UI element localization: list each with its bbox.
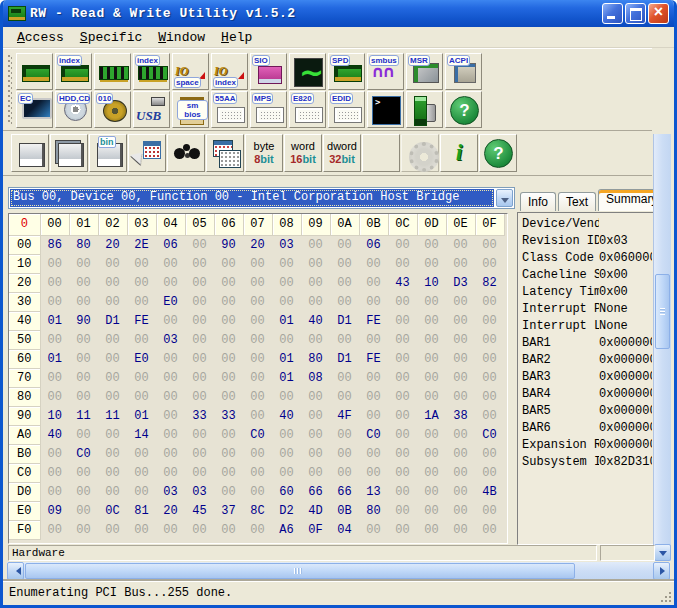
hex-cell-E0-08[interactable]: D2 [272,501,301,520]
hex-cell-50-02[interactable]: 00 [98,330,127,349]
hex-cell-50-05[interactable]: 00 [185,330,214,349]
hex-cell-90-05[interactable]: 33 [185,406,214,425]
hex-cell-30-08[interactable]: 00 [272,292,301,311]
hex-cell-40-06[interactable]: 00 [214,311,243,330]
hex-cell-A0-00[interactable]: 40 [40,425,69,444]
hex-cell-10-03[interactable]: 00 [127,254,156,273]
scroll-down-button[interactable] [654,544,671,561]
hex-cell-20-02[interactable]: 00 [98,273,127,292]
hex-cell-70-0F[interactable]: 00 [475,368,504,387]
hex-cell-20-00[interactable]: 00 [40,273,69,292]
hex-cell-D0-07[interactable]: 00 [243,482,272,501]
hex-cell-40-0B[interactable]: FE [359,311,388,330]
clock-button[interactable] [289,53,326,90]
maximize-button[interactable] [625,3,646,24]
hex-cell-80-0E[interactable]: 00 [446,387,475,406]
hex-cell-90-02[interactable]: 11 [98,406,127,425]
dword-mode-button[interactable]: dword32bit [323,134,361,172]
tab-info[interactable]: Info [520,192,556,211]
hex-cell-D0-08[interactable]: 60 [272,482,301,501]
hex-cell-20-0C[interactable]: 43 [388,273,417,292]
hex-cell-F0-0D[interactable]: 00 [417,520,446,539]
hex-cell-E0-06[interactable]: 37 [214,501,243,520]
io-index-button[interactable]: IOindex [211,53,248,90]
ec-button[interactable]: EC [16,91,53,128]
menu-item-window[interactable]: Window [150,29,213,46]
hex-cell-70-0B[interactable]: 00 [359,368,388,387]
hex-cell-B0-01[interactable]: C0 [69,444,98,463]
hex-cell-70-0E[interactable]: 00 [446,368,475,387]
hex-cell-10-09[interactable]: 00 [301,254,330,273]
hex-cell-90-08[interactable]: 40 [272,406,301,425]
hex-cell-50-08[interactable]: 00 [272,330,301,349]
hex-cell-00-0F[interactable]: 00 [475,235,504,254]
hex-cell-70-04[interactable]: 00 [156,368,185,387]
hex-cell-00-00[interactable]: 86 [40,235,69,254]
hex-cell-A0-0F[interactable]: C0 [475,425,504,444]
export-button[interactable] [128,134,166,172]
hex-cell-00-01[interactable]: 80 [69,235,98,254]
hex-cell-F0-0E[interactable]: 00 [446,520,475,539]
hex-cell-E0-09[interactable]: 4D [301,501,330,520]
hex-cell-00-05[interactable]: 00 [185,235,214,254]
hex-cell-40-0A[interactable]: D1 [330,311,359,330]
hex-cell-00-06[interactable]: 90 [214,235,243,254]
hex-cell-B0-0C[interactable]: 00 [388,444,417,463]
hex-cell-20-09[interactable]: 00 [301,273,330,292]
hex-cell-E0-03[interactable]: 81 [127,501,156,520]
hex-cell-30-04[interactable]: E0 [156,292,185,311]
chipset-button[interactable] [406,91,443,128]
hex-cell-20-0E[interactable]: D3 [446,273,475,292]
hex-cell-50-0E[interactable]: 00 [446,330,475,349]
hex-cell-D0-0F[interactable]: 4B [475,482,504,501]
mps-button[interactable]: MPS [250,91,287,128]
hex-cell-10-0D[interactable]: 00 [417,254,446,273]
hex-cell-70-08[interactable]: 01 [272,368,301,387]
hex-cell-F0-09[interactable]: 0F [301,520,330,539]
menu-item-help[interactable]: Help [213,29,260,46]
hex-cell-F0-0C[interactable]: 00 [388,520,417,539]
hex-cell-50-06[interactable]: 00 [214,330,243,349]
hex-cell-80-0F[interactable]: 00 [475,387,504,406]
hex-cell-A0-06[interactable]: 00 [214,425,243,444]
hex-cell-20-0B[interactable]: 00 [359,273,388,292]
hex-cell-E0-02[interactable]: 0C [98,501,127,520]
hex-cell-D0-0C[interactable]: 00 [388,482,417,501]
hex-cell-90-01[interactable]: 11 [69,406,98,425]
hex-cell-C0-01[interactable]: 00 [69,463,98,482]
hex-cell-C0-09[interactable]: 00 [301,463,330,482]
hex-cell-70-03[interactable]: 00 [127,368,156,387]
hex-cell-00-0C[interactable]: 00 [388,235,417,254]
save-bin-button[interactable]: bin [89,134,127,172]
hex-cell-60-08[interactable]: 01 [272,349,301,368]
hex-cell-30-02[interactable]: 00 [98,292,127,311]
hex-cell-10-02[interactable]: 00 [98,254,127,273]
hex-cell-30-0E[interactable]: 00 [446,292,475,311]
hex-cell-F0-07[interactable]: 00 [243,520,272,539]
hex-cell-E0-00[interactable]: 09 [40,501,69,520]
hex-cell-90-00[interactable]: 10 [40,406,69,425]
hex-cell-90-07[interactable]: 00 [243,406,272,425]
hex-cell-40-08[interactable]: 01 [272,311,301,330]
hex-cell-B0-05[interactable]: 00 [185,444,214,463]
ata-button[interactable]: HDD,CD [55,91,92,128]
hex-cell-80-0A[interactable]: 00 [330,387,359,406]
pci-card-button[interactable] [16,53,53,90]
hex-cell-90-0A[interactable]: 4F [330,406,359,425]
menu-item-specific[interactable]: Specific [72,29,150,46]
hex-cell-60-02[interactable]: 00 [98,349,127,368]
hex-cell-30-06[interactable]: 00 [214,292,243,311]
hex-cell-10-00[interactable]: 00 [40,254,69,273]
hex-cell-60-05[interactable]: 00 [185,349,214,368]
hex-cell-D0-03[interactable]: 00 [127,482,156,501]
hex-cell-A0-0D[interactable]: 00 [417,425,446,444]
hex-cell-C0-04[interactable]: 00 [156,463,185,482]
memory-index-button[interactable]: index [133,53,170,90]
hex-cell-40-03[interactable]: FE [127,311,156,330]
hex-cell-30-0F[interactable]: 00 [475,292,504,311]
hex-cell-A0-0C[interactable]: 00 [388,425,417,444]
spd-button[interactable]: SPD [328,53,365,90]
hex-cell-60-01[interactable]: 00 [69,349,98,368]
hex-cell-B0-0B[interactable]: 00 [359,444,388,463]
hex-cell-20-07[interactable]: 00 [243,273,272,292]
